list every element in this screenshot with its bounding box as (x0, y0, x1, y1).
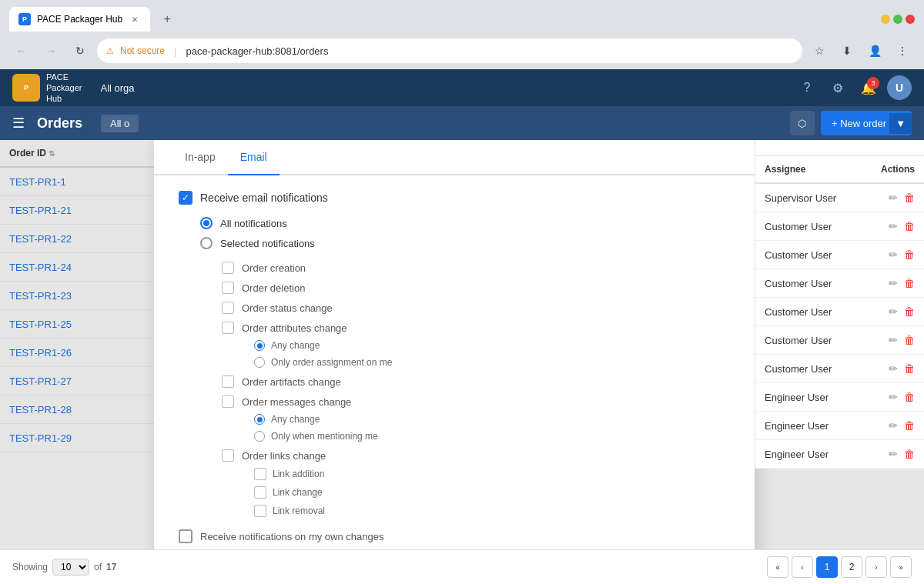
hamburger-menu[interactable]: ☰ (12, 115, 25, 132)
right-delete-icon[interactable]: 🗑 (904, 391, 915, 403)
label-link-change: Link change (273, 487, 323, 498)
messages-any-radio[interactable] (254, 414, 265, 425)
help-button[interactable]: ? (795, 75, 819, 100)
right-edit-icon[interactable]: ✏ (889, 334, 898, 346)
checkbox-order-status[interactable] (222, 302, 234, 314)
right-delete-icon[interactable]: 🗑 (904, 334, 915, 346)
settings-button[interactable]: ⚙ (825, 75, 850, 100)
right-edit-icon[interactable]: ✏ (889, 419, 898, 432)
right-panel-assignee: Customer User (765, 249, 832, 261)
profile-button[interactable]: 👤 (862, 38, 887, 63)
label-order-deletion: Order deletion (242, 282, 305, 294)
right-edit-icon[interactable]: ✏ (889, 249, 898, 261)
right-edit-icon[interactable]: ✏ (889, 220, 898, 232)
radio-all-label: All notifications (220, 218, 287, 229)
per-page-select[interactable]: 10 20 50 (52, 559, 89, 576)
checkbox-link-addition[interactable] (254, 468, 266, 480)
notification-options: Order creation Order deletion Order stat… (222, 262, 730, 517)
next-page-button[interactable]: › (865, 556, 887, 578)
attributes-any-radio[interactable] (254, 340, 265, 351)
avatar[interactable]: U (887, 75, 912, 100)
pagination-bar: Showing 10 20 50 of 17 « ‹ 1 2 › » (0, 549, 924, 584)
checkbox-link-change[interactable] (254, 486, 266, 499)
right-delete-icon[interactable]: 🗑 (904, 362, 915, 375)
checkbox-order-messages[interactable] (222, 395, 234, 408)
maximize-button[interactable] (893, 15, 902, 24)
prev-page-button[interactable]: ‹ (792, 556, 813, 578)
notification-settings-panel: In-app Email ✓ Receive email notificatio… (154, 140, 755, 549)
close-button[interactable] (906, 15, 915, 24)
checkbox-order-links[interactable] (222, 449, 234, 462)
attributes-sub-options: Any change Only order assignment on me (254, 340, 730, 368)
modal-overlay: In-app Email ✓ Receive email notificatio… (0, 140, 924, 549)
label-order-status: Order status change (242, 302, 333, 314)
bookmark-button[interactable]: ☆ (807, 38, 832, 63)
download-icon[interactable]: ⬇ (835, 38, 859, 63)
menu-button[interactable]: ⋮ (890, 38, 915, 63)
right-edit-icon[interactable]: ✏ (889, 362, 898, 375)
address-bar[interactable]: ⚠ Not secure | pace-packager-hub:8081/or… (97, 38, 802, 63)
right-delete-icon[interactable]: 🗑 (904, 192, 915, 204)
right-edit-icon[interactable]: ✏ (889, 192, 898, 204)
checkbox-order-creation[interactable] (222, 262, 234, 274)
right-panel-actions: ✏ 🗑 (889, 220, 915, 232)
checkbox-order-artifacts[interactable] (222, 375, 234, 388)
tab-email[interactable]: Email (228, 140, 280, 175)
right-edit-icon[interactable]: ✏ (889, 448, 898, 460)
back-button[interactable]: ← (9, 38, 34, 63)
app-logo: P PACEPackagerHub (12, 72, 82, 105)
messages-mention[interactable]: Only when mentioning me (254, 431, 730, 442)
checkbox-order-attributes[interactable] (222, 322, 234, 334)
checkbox-order-deletion[interactable] (222, 282, 234, 294)
tab-in-app[interactable]: In-app (172, 140, 228, 175)
page-2-button[interactable]: 2 (841, 556, 862, 578)
right-edit-icon[interactable]: ✏ (889, 277, 898, 289)
receive-email-checkbox[interactable]: ✓ (179, 191, 192, 205)
right-panel-actions: ✏ 🗑 (889, 362, 915, 375)
attributes-assignment[interactable]: Only order assignment on me (254, 357, 730, 368)
tab-close-button[interactable]: ✕ (129, 13, 141, 25)
right-panel-assignee: Customer User (765, 335, 832, 346)
radio-selected-btn[interactable] (200, 237, 213, 249)
first-page-button[interactable]: « (767, 556, 788, 578)
right-delete-icon[interactable]: 🗑 (904, 277, 915, 289)
checkbox-link-removal[interactable] (254, 505, 266, 517)
sub-nav-all[interactable]: All o (101, 115, 139, 132)
minimize-button[interactable] (881, 15, 890, 24)
right-panel-row: Engineer User ✏ 🗑 (755, 383, 924, 412)
page-1-button[interactable]: 1 (816, 556, 838, 578)
new-order-button[interactable]: + New order ▼ (821, 111, 912, 135)
browser-tab[interactable]: P PACE Packager Hub ✕ (9, 7, 150, 32)
header-nav-allOrga[interactable]: All orga (100, 82, 134, 94)
forward-button[interactable]: → (38, 38, 63, 63)
right-delete-icon[interactable]: 🗑 (904, 249, 915, 261)
label-order-artifacts: Order artifacts change (242, 376, 341, 388)
right-delete-icon[interactable]: 🗑 (904, 419, 915, 432)
reload-button[interactable]: ↻ (68, 38, 92, 63)
attributes-any-change[interactable]: Any change (254, 340, 730, 351)
right-panel-actions: ✏ 🗑 (889, 305, 915, 318)
option-order-attributes: Order attributes change Any change (222, 322, 730, 368)
new-order-arrow[interactable]: ▼ (889, 113, 912, 134)
right-edit-icon[interactable]: ✏ (889, 391, 898, 403)
messages-any-change[interactable]: Any change (254, 414, 730, 425)
radio-selected-notifications[interactable]: Selected notifications (200, 237, 730, 249)
right-panel-row: Customer User ✏ 🗑 (755, 355, 924, 383)
right-delete-icon[interactable]: 🗑 (904, 448, 915, 460)
filter-button[interactable]: ⬡ (790, 111, 815, 135)
new-tab-button[interactable]: + (156, 8, 178, 30)
right-panel-assignee: Customer User (765, 363, 832, 375)
last-page-button[interactable]: » (890, 556, 912, 578)
link-addition-row: Link addition (254, 468, 730, 480)
right-delete-icon[interactable]: 🗑 (904, 220, 915, 232)
browser-navbar: ← → ↻ ⚠ Not secure | pace-packager-hub:8… (0, 32, 924, 69)
radio-all-notifications[interactable]: All notifications (200, 217, 730, 229)
radio-all-notifications-btn[interactable] (200, 217, 213, 229)
right-delete-icon[interactable]: 🗑 (904, 305, 915, 318)
attributes-assignment-radio[interactable] (254, 357, 265, 368)
right-edit-icon[interactable]: ✏ (889, 305, 898, 318)
assignee-col-header: Assignee (765, 164, 805, 175)
messages-mention-radio[interactable] (254, 431, 265, 442)
receive-own-checkbox[interactable] (179, 529, 192, 543)
notifications-button[interactable]: 🔔 3 (856, 75, 881, 100)
